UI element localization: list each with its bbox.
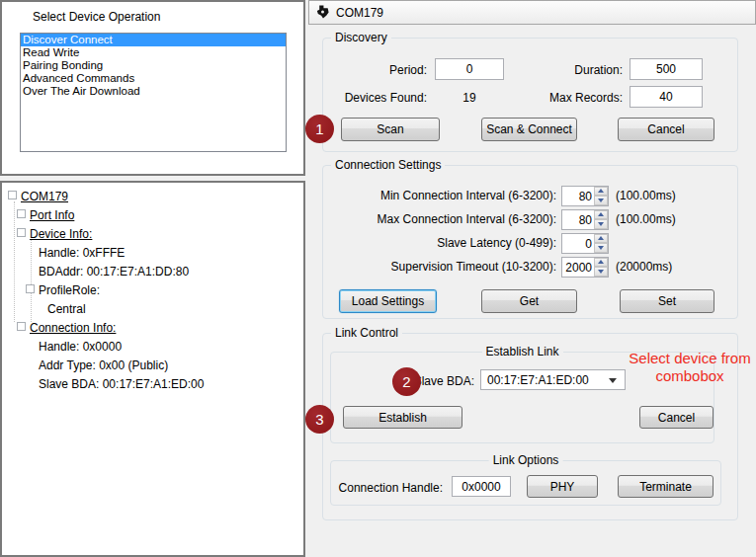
annotation-select-device: Select device from combobox — [625, 350, 755, 385]
ti-logo-icon — [315, 5, 330, 20]
step-1-badge: 1 — [305, 115, 334, 143]
operation-list-item[interactable]: Discover Connect — [21, 34, 286, 46]
expand-box-icon[interactable] — [26, 284, 35, 293]
establish-link-group-title: Establish Link — [481, 345, 562, 358]
connection-setting-row: Max Connection Interval (6-3200): 80 (10… — [322, 207, 738, 231]
spin-down-button[interactable] — [594, 196, 608, 205]
step-3-badge: 3 — [305, 405, 334, 434]
spin-up-button[interactable] — [594, 210, 608, 220]
phy-button[interactable]: PHY — [527, 475, 598, 498]
tree-node[interactable]: Device Info: — [11, 225, 303, 244]
spin-up-icon — [598, 236, 604, 240]
get-button[interactable]: Get — [481, 289, 577, 313]
tree-node-label: Slave BDA: 00:17:E7:A1:ED:00 — [39, 377, 204, 391]
numeric-updown[interactable]: 80 — [561, 186, 609, 206]
link-options-group-title: Link Options — [489, 453, 563, 467]
operation-list-item[interactable]: Read Write — [21, 46, 286, 59]
tree-node-label: Handle: 0x0000 — [39, 340, 122, 354]
connection-settings-rows: Min Connection Interval (6-3200): 80 (10… — [322, 184, 738, 278]
setting-value[interactable]: 0 — [562, 234, 594, 253]
operation-list-item[interactable]: Advanced Commands — [21, 72, 286, 85]
spin-down-icon — [598, 270, 604, 274]
spin-down-icon — [598, 246, 604, 250]
operation-panel-title: Select Device Operation — [33, 10, 160, 24]
setting-value[interactable]: 80 — [562, 210, 594, 229]
tree-node-label: COM179 — [21, 190, 68, 203]
spin-down-icon — [598, 199, 604, 202]
setting-label: Max Connection Interval (6-3200): — [322, 212, 556, 226]
spin-buttons — [594, 187, 608, 205]
spin-down-button[interactable] — [594, 243, 608, 253]
spin-down-button[interactable] — [594, 219, 608, 229]
operation-list-item[interactable]: Pairing Bonding — [21, 59, 286, 72]
spin-up-button[interactable] — [594, 187, 608, 197]
operation-listbox[interactable]: Discover Connect Read Write Pairing Bond… — [20, 33, 287, 152]
terminate-button[interactable]: Terminate — [618, 475, 714, 498]
discovery-cancel-button[interactable]: Cancel — [618, 118, 714, 141]
scan-and-connect-button[interactable]: Scan & Connect — [481, 118, 577, 141]
setting-label: Slave Latency (0-499): — [322, 236, 556, 250]
expand-box-icon[interactable] — [17, 228, 26, 237]
tree-node[interactable]: ProfileRole: — [20, 281, 303, 300]
slave-bda-selected-value: 00:17:E7:A1:ED:00 — [487, 373, 589, 387]
com-port-title: COM179 — [336, 6, 383, 20]
slave-bda-combobox[interactable]: 00:17:E7:A1:ED:00 — [480, 369, 626, 390]
spin-up-button[interactable] — [594, 258, 608, 268]
connection-setting-row: Slave Latency (0-499): 0 — [322, 231, 738, 255]
link-cancel-button[interactable]: Cancel — [639, 406, 714, 429]
connection-setting-row: Supervision Timeout (10-3200): 2000 (200… — [322, 255, 738, 278]
period-label: Period: — [326, 63, 427, 77]
tree-node[interactable]: Handle: 0x0000 — [20, 338, 303, 357]
max-records-label: Max Records: — [519, 91, 623, 105]
max-records-input[interactable] — [630, 86, 703, 108]
spin-up-button[interactable] — [594, 234, 608, 244]
load-settings-button[interactable]: Load Settings — [339, 289, 437, 313]
tree-node-label: Addr Type: 0x00 (Public) — [39, 358, 168, 372]
numeric-updown[interactable]: 80 — [561, 209, 609, 230]
tree-node[interactable]: Central — [29, 300, 303, 319]
tree-node-label: Handle: 0xFFFE — [39, 246, 125, 260]
spin-up-icon — [598, 212, 604, 216]
dropdown-arrow-icon[interactable] — [609, 378, 617, 383]
device-tree: COM179 Port Info Device Info: Handle: 0x… — [2, 188, 303, 394]
scan-button[interactable]: Scan — [341, 118, 440, 141]
expand-box-icon[interactable] — [8, 191, 17, 199]
devices-found-value: 19 — [435, 91, 504, 105]
spin-up-icon — [598, 260, 604, 264]
com-port-titlebar: COM179 — [308, 0, 756, 25]
expand-box-icon[interactable] — [17, 322, 26, 331]
spin-buttons — [594, 210, 608, 229]
spin-up-icon — [598, 189, 604, 193]
application-window: Select Device Operation Discover Connect… — [0, 0, 756, 557]
setting-value[interactable]: 2000 — [562, 258, 594, 277]
tree-node[interactable]: Connection Info: — [11, 319, 303, 338]
expand-box-icon[interactable] — [17, 209, 26, 218]
set-button[interactable]: Set — [620, 289, 714, 313]
connection-settings-group-title: Connection Settings — [331, 158, 445, 172]
spin-buttons — [594, 258, 608, 277]
tree-node[interactable]: Addr Type: 0x00 (Public) — [20, 357, 303, 375]
tree-node[interactable]: COM179 — [2, 188, 303, 206]
setting-label: Min Connection Interval (6-3200): — [322, 189, 556, 202]
operation-list-item[interactable]: Over The Air Download — [21, 85, 286, 98]
tree-node-label: Device Info: — [30, 227, 92, 241]
tree-node[interactable]: Port Info — [11, 206, 303, 225]
tree-node-label: Central — [47, 302, 86, 316]
link-control-group-title: Link Control — [331, 326, 402, 340]
device-operation-panel: Select Device Operation Discover Connect… — [0, 0, 305, 176]
numeric-updown[interactable]: 2000 — [561, 257, 609, 278]
setting-value[interactable]: 80 — [562, 187, 594, 205]
numeric-updown[interactable]: 0 — [561, 233, 609, 254]
connection-handle-input[interactable] — [452, 476, 511, 497]
tree-node-label: Connection Info: — [30, 321, 116, 335]
spin-down-button[interactable] — [594, 267, 608, 277]
spin-buttons — [594, 234, 608, 253]
tree-node[interactable]: Slave BDA: 00:17:E7:A1:ED:00 — [20, 375, 303, 394]
connection-handle-label: Connection Handle: — [326, 481, 443, 495]
tree-node-label: BDAddr: 00:17:E7:A1:DD:80 — [39, 265, 189, 278]
duration-input[interactable] — [630, 58, 703, 80]
period-input[interactable] — [435, 58, 504, 80]
tree-node[interactable]: Handle: 0xFFFE — [20, 244, 303, 263]
tree-node[interactable]: BDAddr: 00:17:E7:A1:DD:80 — [20, 263, 303, 281]
establish-button[interactable]: Establish — [343, 406, 462, 429]
